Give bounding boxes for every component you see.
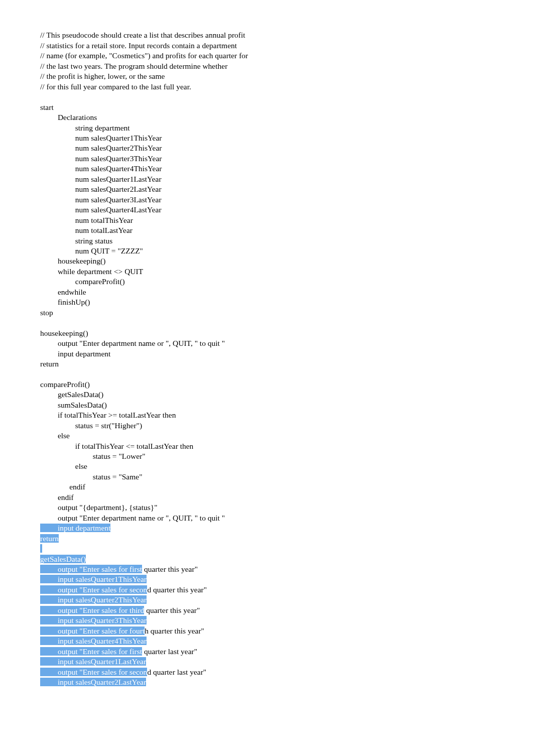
declaration-line: num totalThisYear: [40, 216, 133, 224]
pseudocode-listing: // This pseudocode should create a list …: [40, 20, 533, 687]
declaration-line: num salesQuarter4ThisYear: [40, 164, 162, 173]
highlighted-line: output "Enter sales for third: [40, 606, 144, 614]
highlighted-line: input salesQuarter3ThisYear: [40, 616, 147, 624]
highlighted-line: input salesQuarter1ThisYear: [40, 575, 147, 583]
code-line: else: [40, 462, 87, 470]
body-line: housekeeping(): [40, 257, 105, 265]
highlighted-function-header: getSalesData(): [40, 555, 86, 563]
highlighted-line: input salesQuarter2ThisYear: [40, 595, 147, 604]
declaration-line: num salesQuarter3ThisYear: [40, 154, 162, 163]
code-line: output "Enter department name or ", QUIT…: [40, 339, 225, 347]
comment-line: // statistics for a retail store. Input …: [40, 41, 237, 50]
code-line-tail: d quarter last year": [147, 668, 206, 676]
declaration-line: string department: [40, 123, 130, 132]
code-line: sumSalesData(): [40, 401, 107, 409]
start-keyword: start: [40, 103, 54, 111]
declaration-line: num QUIT = "ZZZZ": [40, 246, 143, 255]
comment-line: // for this full year compared to the la…: [40, 82, 191, 91]
declarations-keyword: Declarations: [40, 113, 97, 121]
code-line-tail: quarter last year": [142, 647, 197, 656]
declaration-line: string status: [40, 236, 112, 245]
highlighted-line: input salesQuarter1LastYear: [40, 657, 146, 666]
code-line: output "{department}, {status}": [40, 503, 158, 512]
code-line: status = "Lower": [40, 452, 146, 460]
code-line-tail: h quarter this year": [145, 626, 204, 635]
comment-line: // name (for example, "Cosmetics") and p…: [40, 51, 248, 60]
code-line-tail: quarter this year": [142, 565, 198, 573]
code-line: if totalThisYear >= totalLastYear then: [40, 411, 176, 419]
code-line-tail: quarter this year": [144, 606, 200, 614]
declaration-line: num salesQuarter3LastYear: [40, 195, 162, 204]
code-line: status = "Same": [40, 472, 143, 481]
highlighted-line: input salesQuarter4ThisYear: [40, 637, 147, 645]
highlighted-blank: [40, 544, 42, 553]
function-header: compareProfit(): [40, 380, 90, 389]
declaration-line: num salesQuarter2LastYear: [40, 185, 162, 193]
body-line: while department <> QUIT: [40, 267, 143, 276]
code-line-tail: d quarter this year": [147, 585, 207, 594]
highlighted-line: return: [40, 534, 59, 543]
body-line: finishUp(): [40, 298, 90, 306]
highlighted-line: output "Enter sales for first: [40, 647, 142, 656]
highlighted-line: output "Enter sales for first: [40, 565, 142, 573]
return-keyword: return: [40, 359, 59, 368]
body-line: endwhile: [40, 288, 86, 296]
declaration-line: num salesQuarter1ThisYear: [40, 134, 162, 142]
function-header: housekeeping(): [40, 329, 88, 337]
highlighted-line: input salesQuarter2LastYear: [40, 678, 146, 686]
code-line: input department: [40, 349, 110, 358]
code-line: output "Enter department name or ", QUIT…: [40, 514, 225, 522]
code-line: if totalThisYear <= totalLastYear then: [40, 442, 193, 450]
code-line: getSalesData(): [40, 390, 103, 399]
highlighted-line: output "Enter sales for secon: [40, 585, 147, 594]
code-line: status = str("Higher"): [40, 421, 142, 430]
declaration-line: num salesQuarter2ThisYear: [40, 144, 162, 152]
comment-line: // the profit is higher, lower, or the s…: [40, 72, 165, 80]
highlighted-line: input department: [40, 524, 110, 532]
declaration-line: num salesQuarter4LastYear: [40, 205, 162, 214]
comment-line: // This pseudocode should create a list …: [40, 31, 245, 39]
stop-keyword: stop: [40, 308, 53, 317]
comment-line: // the last two years. The program shoul…: [40, 62, 227, 70]
code-line: endif: [40, 482, 85, 491]
highlighted-line: output "Enter sales for fourt: [40, 626, 145, 635]
declaration-line: num salesQuarter1LastYear: [40, 175, 162, 183]
code-line: endif: [40, 493, 74, 501]
body-line: compareProfit(): [40, 277, 125, 286]
code-line: else: [40, 431, 70, 440]
highlighted-line: output "Enter sales for secon: [40, 668, 147, 676]
declaration-line: num totalLastYear: [40, 226, 132, 234]
